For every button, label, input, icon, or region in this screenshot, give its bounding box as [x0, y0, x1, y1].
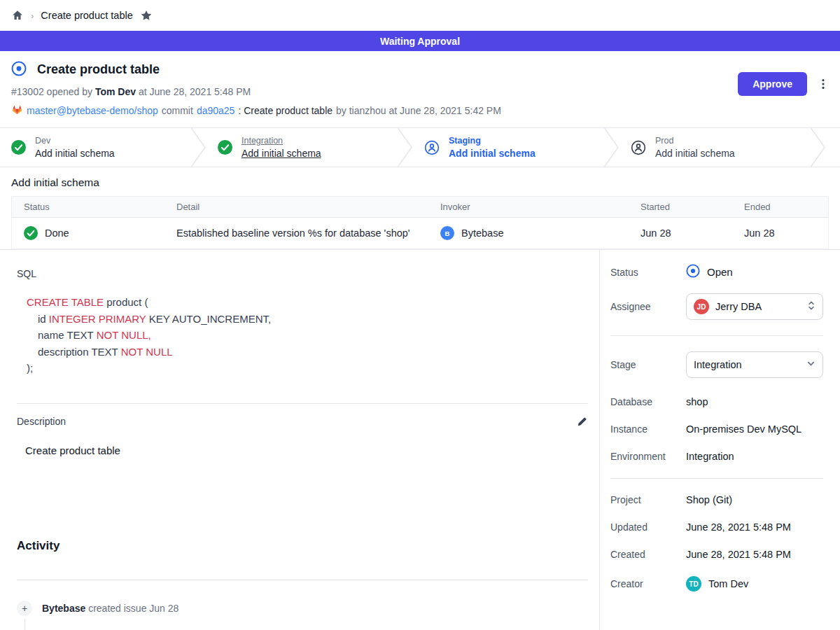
pipeline-stage-dev[interactable]: Dev Add initial schema [0, 128, 190, 167]
cell-invoker: BBytebase [428, 218, 629, 248]
column-header: Ended [732, 197, 828, 217]
status-open-icon [686, 264, 700, 280]
divider [17, 403, 588, 404]
issue-header: Create product table #13002 opened by To… [0, 51, 840, 127]
chevron-down-icon [806, 359, 816, 370]
stage-select[interactable]: Integration [686, 351, 823, 378]
field-label: Created [610, 549, 686, 560]
issue-meta-prefix: #13002 opened by [11, 86, 92, 97]
creator-label: Creator [610, 578, 686, 589]
sidebar-field-updated: Updated June 28, 2021 5:48 PM [610, 522, 823, 533]
app-window: › Create product table Waiting Approval … [0, 0, 840, 630]
sidebar-field-instance: Instance On-premises Dev MySQL [610, 424, 823, 435]
field-value: shop [686, 396, 823, 407]
activity-text: Bytebase created issue Jun 28 [42, 603, 178, 614]
divider [17, 580, 588, 580]
column-header: Invoker [428, 197, 629, 217]
task-table-body: Done Established baseline version %s for… [12, 218, 828, 248]
field-value: Integration [686, 451, 823, 462]
home-icon[interactable] [11, 9, 24, 22]
stage-text: Staging Add initial schema [449, 135, 536, 160]
table-row: Done Established baseline version %s for… [12, 218, 828, 248]
task-section-title: Add initial schema [11, 176, 829, 189]
status-banner-text: Waiting Approval [380, 36, 460, 47]
status-value: Open [686, 264, 823, 280]
stage-separator-icon [190, 128, 206, 167]
cell-ended: Jun 28 [732, 218, 828, 248]
column-header: Status [12, 197, 164, 217]
stage-label: Stage [610, 359, 686, 370]
field-value: Shop (Git) [686, 494, 823, 505]
pipeline-stage-staging[interactable]: Staging Add initial schema [413, 128, 603, 167]
issue-open-icon [11, 61, 27, 78]
cell-status: Done [12, 218, 164, 248]
status-label: Status [610, 267, 686, 278]
pipeline: Dev Add initial schema Integration Add i… [0, 127, 840, 167]
approve-button[interactable]: Approve [738, 72, 807, 96]
issue-meta-suffix: at June 28, 2021 5:48 PM [139, 86, 251, 97]
git-branch-link[interactable]: master@bytebase-demo/shop [27, 105, 158, 116]
check-circle-icon [218, 140, 232, 155]
sidebar-field-created: Created June 28, 2021 5:48 PM [610, 549, 823, 560]
assignee-name: Jerry DBA [715, 301, 762, 312]
column-header: Detail [164, 197, 428, 217]
person-circle-icon [424, 140, 440, 155]
stage-task-name: Add initial schema [449, 147, 536, 160]
assignee-select[interactable]: JD Jerry DBA [686, 293, 823, 320]
gitlab-icon [11, 104, 23, 118]
breadcrumb: › Create product table [0, 0, 840, 31]
sql-code-line: id INTEGER PRIMARY KEY AUTO_INCREMENT, [27, 311, 588, 328]
breadcrumb-chevron-icon: › [31, 10, 34, 21]
edit-pencil-icon[interactable] [577, 416, 588, 427]
pipeline-stage-integration[interactable]: Integration Add initial schema [206, 128, 397, 167]
favorite-star-icon[interactable] [140, 9, 153, 22]
status-banner: Waiting Approval [0, 31, 840, 51]
check-circle-icon [24, 226, 38, 240]
description-text: Create product table [25, 444, 588, 456]
cell-detail: Established baseline version %s for data… [164, 218, 428, 248]
git-commit-message: : Create product table [238, 105, 332, 116]
stage-select-value: Integration [694, 359, 742, 370]
git-commit-label: commit [162, 105, 193, 116]
sidebar-field-database: Database shop [610, 396, 823, 407]
field-label: Updated [610, 522, 686, 533]
description-label: Description [17, 416, 66, 427]
divider [610, 478, 823, 479]
git-commit-line: master@bytebase-demo/shop commit da90a25… [11, 104, 829, 118]
column-header: Started [629, 197, 732, 217]
activity-title: Activity [17, 539, 588, 553]
timeline-connector [24, 619, 25, 630]
sidebar-field-environment: Environment Integration [610, 451, 823, 462]
sql-code-line: CREATE TABLE product ( [27, 294, 588, 311]
activity-list: + Bytebase created issue Jun 28 [17, 601, 588, 630]
sql-code-line: description TEXT NOT NULL [27, 344, 588, 360]
issue-author: Tom Dev [95, 86, 136, 97]
creator-value: TD Tom Dev [686, 576, 823, 592]
field-label: Project [610, 494, 686, 505]
plus-icon: + [17, 601, 32, 616]
invoker-avatar: B [440, 226, 454, 240]
sql-code-line: ); [27, 360, 588, 377]
sql-code-block: CREATE TABLE product (id INTEGER PRIMARY… [27, 294, 588, 377]
cell-started: Jun 28 [629, 218, 732, 248]
sidebar-field-project: Project Shop (Git) [610, 494, 823, 505]
stage-separator-icon [810, 128, 826, 167]
stage-environment: Prod [655, 135, 735, 147]
field-value: On-premises Dev MySQL [686, 424, 823, 435]
sidebar-meta-fields: Project Shop (Git) Updated June 28, 2021… [610, 494, 823, 560]
select-updown-icon [807, 300, 816, 314]
task-section: Add initial schema StatusDetailInvokerSt… [0, 167, 840, 249]
breadcrumb-title: Create product table [41, 10, 132, 21]
stage-environment: Integration [241, 135, 321, 147]
git-commit-hash-link[interactable]: da90a25 [197, 105, 235, 116]
person-circle-icon [631, 140, 646, 155]
status-open-text: Open [707, 266, 733, 278]
task-table-header: StatusDetailInvokerStartedEnded [12, 197, 828, 218]
issue-meta: #13002 opened by Tom Dev at June 28, 202… [11, 86, 829, 97]
sql-section-label: SQL [17, 268, 588, 279]
sidebar-info-fields: Database shop Instance On-premises Dev M… [610, 396, 823, 462]
field-label: Environment [610, 451, 686, 462]
field-label: Instance [610, 424, 686, 435]
kebab-menu-icon[interactable] [816, 77, 830, 91]
pipeline-stage-prod[interactable]: Prod Add initial schema [620, 128, 810, 167]
